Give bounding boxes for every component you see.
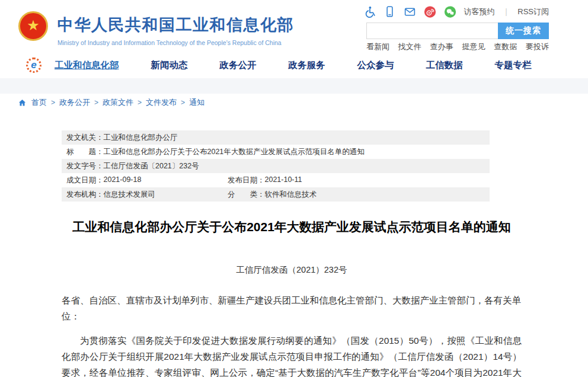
search-input[interactable] bbox=[366, 23, 498, 39]
meta-label: 成文日期： bbox=[66, 175, 104, 186]
document-title: 工业和信息化部办公厅关于公布2021年大数据产业发展试点示范项目名单的通知 bbox=[62, 219, 522, 235]
meta-value: 工业和信息化部办公厅关于公布2021年大数据产业发展试点示范项目名单的通知 bbox=[104, 147, 365, 157]
miit-e-logo-icon: e bbox=[26, 57, 41, 73]
quick-link-complaint[interactable]: 要投诉 bbox=[526, 41, 549, 52]
emblem-star-icon: ★ bbox=[27, 18, 40, 33]
search-button[interactable]: 统一搜索 bbox=[498, 23, 549, 39]
national-emblem-logo: ★ bbox=[17, 9, 50, 43]
quick-link-files[interactable]: 找文件 bbox=[398, 41, 421, 52]
document-body-paragraph: 为贯彻落实《国务院关于印发促进大数据发展行动纲要的通知》（国发（2015）50号… bbox=[62, 333, 522, 377]
nav-item-gov-services[interactable]: 政务服务 bbox=[289, 59, 325, 72]
topbar: 访客预约 ｜ RSS订阅 bbox=[363, 5, 549, 18]
meta-label: 分 类： bbox=[228, 190, 265, 200]
nav-item-participation[interactable]: 公众参与 bbox=[357, 59, 394, 72]
quick-link-suggest[interactable]: 提意见 bbox=[462, 41, 485, 52]
meta-value: 工业和信息化部办公厅 bbox=[104, 133, 178, 143]
meta-value: 工信厅信发函〔2021〕232号 bbox=[104, 161, 199, 171]
meta-value: 2021-10-11 bbox=[265, 175, 302, 186]
site-search: 统一搜索 bbox=[366, 23, 549, 39]
site-title: 中华人民共和国工业和信息化部 bbox=[57, 14, 294, 36]
mail-icon[interactable] bbox=[404, 5, 416, 18]
breadcrumb: 首页 > 政务公开 > 政策文件 > 文件发布 > 通知 bbox=[0, 96, 588, 109]
wechat-icon[interactable] bbox=[444, 5, 456, 18]
home-icon[interactable] bbox=[18, 98, 27, 107]
meta-value: 信息技术发展司 bbox=[104, 190, 156, 200]
breadcrumb-separator: > bbox=[51, 98, 55, 107]
meta-label: 发布机构： bbox=[66, 190, 104, 200]
breadcrumb-separator: > bbox=[138, 98, 142, 107]
breadcrumb-home[interactable]: 首页 bbox=[31, 97, 47, 108]
nav-item-data[interactable]: 工信数据 bbox=[426, 59, 463, 72]
meta-row-publisher-category: 发布机构： 信息技术发展司 分 类： 软件和信息技术 bbox=[62, 187, 490, 202]
quick-link-services[interactable]: 查办事 bbox=[430, 41, 453, 52]
mobile-icon[interactable] bbox=[384, 5, 396, 18]
breadcrumb-gov-open[interactable]: 政务公开 bbox=[59, 97, 90, 108]
meta-label: 标 题： bbox=[66, 147, 104, 157]
site-header: ★ 中华人民共和国工业和信息化部 Ministry of Industry an… bbox=[0, 0, 588, 52]
meta-label: 发布日期： bbox=[228, 175, 265, 186]
topbar-separator: ｜ bbox=[503, 7, 510, 17]
meta-value: 2021-09-18 bbox=[104, 175, 142, 186]
meta-label: 发文机关： bbox=[66, 133, 104, 143]
nav-divider-band bbox=[0, 78, 588, 94]
document-meta-table: 发文机关： 工业和信息化部办公厅 标 题： 工业和信息化部办公厅关于公布2021… bbox=[62, 130, 490, 202]
main-nav: e 工业和信息化部 新闻动态 政务公开 政务服务 公众参与 工信数据 专题专栏 bbox=[0, 52, 588, 78]
document-content: 发文机关： 工业和信息化部办公厅 标 题： 工业和信息化部办公厅关于公布2021… bbox=[62, 130, 522, 377]
document-salutation: 各省、自治区、直辖市及计划单列市、新疆生产建设兵团工业和信息化主管部门、大数据产… bbox=[62, 292, 522, 324]
rss-subscribe-link[interactable]: RSS订阅 bbox=[517, 7, 549, 17]
meta-label: 发文字号： bbox=[66, 161, 104, 171]
breadcrumb-separator: > bbox=[181, 98, 185, 107]
quick-links: 看新闻 找文件 查办事 提意见 查数据 要投诉 bbox=[366, 41, 549, 52]
meta-row-title: 标 题： 工业和信息化部办公厅关于公布2021年大数据产业发展试点示范项目名单的… bbox=[62, 145, 490, 159]
meta-row-doc-number: 发文字号： 工信厅信发函〔2021〕232号 bbox=[62, 159, 490, 173]
brand-home-link[interactable]: ★ 中华人民共和国工业和信息化部 Ministry of Industry an… bbox=[17, 9, 294, 46]
visitor-appointment-link[interactable]: 访客预约 bbox=[464, 7, 495, 17]
meta-row-dates: 成文日期： 2021-09-18 发布日期： 2021-10-11 bbox=[62, 173, 490, 187]
breadcrumb-policy-files[interactable]: 政策文件 bbox=[103, 97, 133, 108]
nav-item-miit[interactable]: 工业和信息化部 bbox=[55, 59, 119, 72]
breadcrumb-notice[interactable]: 通知 bbox=[189, 97, 204, 108]
nav-item-topics[interactable]: 专题专栏 bbox=[495, 59, 532, 72]
nav-item-gov-open[interactable]: 政务公开 bbox=[220, 59, 257, 72]
site-subtitle: Ministry of Industry and Information Tec… bbox=[57, 39, 294, 46]
breadcrumb-file-release[interactable]: 文件发布 bbox=[146, 97, 177, 108]
meta-value: 软件和信息技术 bbox=[265, 190, 317, 200]
quick-link-news[interactable]: 看新闻 bbox=[366, 41, 389, 52]
accessibility-icon[interactable] bbox=[363, 5, 376, 18]
quick-link-data[interactable]: 查数据 bbox=[494, 41, 517, 52]
document-reference-number: 工信厅信发函（2021）232号 bbox=[62, 264, 522, 276]
breadcrumb-separator: > bbox=[94, 98, 98, 107]
nav-item-news[interactable]: 新闻动态 bbox=[151, 59, 188, 72]
weibo-icon[interactable] bbox=[424, 5, 436, 18]
meta-row-issuing-agency: 发文机关： 工业和信息化部办公厅 bbox=[62, 130, 490, 145]
